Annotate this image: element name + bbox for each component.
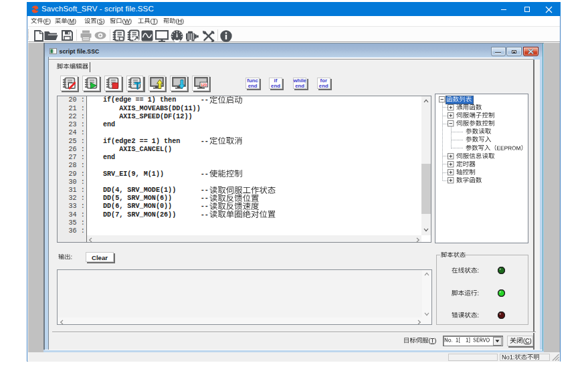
svg-text:123: 123 [201, 82, 207, 86]
